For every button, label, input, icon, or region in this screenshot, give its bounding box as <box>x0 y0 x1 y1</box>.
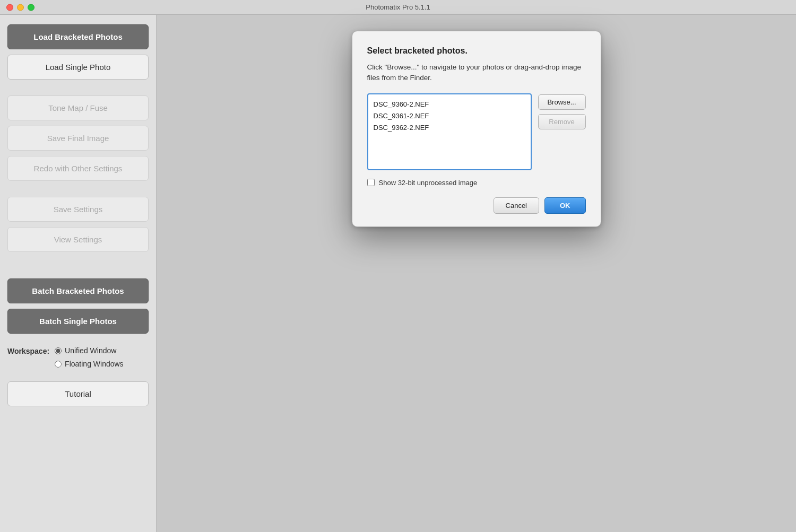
browse-button[interactable]: Browse... <box>538 94 586 110</box>
sidebar: Load Bracketed Photos Load Single Photo … <box>0 15 157 532</box>
show-32bit-label[interactable]: Show 32-bit unprocessed image <box>379 179 478 187</box>
app-body: Load Bracketed Photos Load Single Photo … <box>0 15 796 532</box>
workspace-options: Unified Window Floating Windows <box>55 346 124 371</box>
window-controls <box>6 4 34 11</box>
view-settings-button[interactable]: View Settings <box>7 227 149 252</box>
ok-button[interactable]: OK <box>544 197 586 214</box>
file-list[interactable]: DSC_9360-2.NEF DSC_9361-2.NEF DSC_9362-2… <box>367 93 532 170</box>
maximize-button[interactable] <box>28 4 34 11</box>
dialog-side-buttons: Browse... Remove <box>538 93 586 170</box>
file-item-2: DSC_9361-2.NEF <box>374 110 525 122</box>
floating-windows-label[interactable]: Floating Windows <box>65 360 124 368</box>
redo-button[interactable]: Redo with Other Settings <box>7 156 149 181</box>
dialog-file-area: DSC_9360-2.NEF DSC_9361-2.NEF DSC_9362-2… <box>367 93 586 170</box>
file-item-3: DSC_9362-2.NEF <box>374 122 525 134</box>
load-bracketed-button[interactable]: Load Bracketed Photos <box>7 24 149 49</box>
save-final-button[interactable]: Save Final Image <box>7 126 149 151</box>
tutorial-button[interactable]: Tutorial <box>7 381 149 406</box>
unified-window-label[interactable]: Unified Window <box>65 346 116 355</box>
dialog-buttons: Cancel OK <box>367 197 586 214</box>
load-single-button[interactable]: Load Single Photo <box>7 55 149 80</box>
workspace-section: Workspace: Unified Window Floating Windo… <box>7 346 149 371</box>
dialog: Select bracketed photos. Click "Browse..… <box>352 31 601 227</box>
unified-window-option: Unified Window <box>55 346 124 355</box>
content-area: Select bracketed photos. Click "Browse..… <box>157 15 796 532</box>
tone-map-button[interactable]: Tone Map / Fuse <box>7 95 149 120</box>
app-title: Photomatix Pro 5.1.1 <box>366 3 430 11</box>
minimize-button[interactable] <box>17 4 24 11</box>
cancel-button[interactable]: Cancel <box>494 197 539 214</box>
unified-window-radio[interactable] <box>55 347 62 354</box>
file-item-1: DSC_9360-2.NEF <box>374 99 525 110</box>
dialog-subtitle: Click "Browse..." to navigate to your ph… <box>367 62 586 84</box>
checkbox-row: Show 32-bit unprocessed image <box>367 179 586 187</box>
dialog-title: Select bracketed photos. <box>367 46 586 56</box>
batch-single-button[interactable]: Batch Single Photos <box>7 309 149 334</box>
title-bar: Photomatix Pro 5.1.1 <box>0 0 796 15</box>
workspace-label: Workspace: <box>7 346 49 355</box>
close-button[interactable] <box>6 4 13 11</box>
floating-windows-radio[interactable] <box>55 361 62 368</box>
batch-bracketed-button[interactable]: Batch Bracketed Photos <box>7 278 149 303</box>
show-32bit-checkbox[interactable] <box>367 179 375 186</box>
save-settings-button[interactable]: Save Settings <box>7 197 149 222</box>
remove-button[interactable]: Remove <box>538 114 586 129</box>
dialog-overlay: Select bracketed photos. Click "Browse..… <box>157 15 796 532</box>
floating-windows-option: Floating Windows <box>55 360 124 368</box>
